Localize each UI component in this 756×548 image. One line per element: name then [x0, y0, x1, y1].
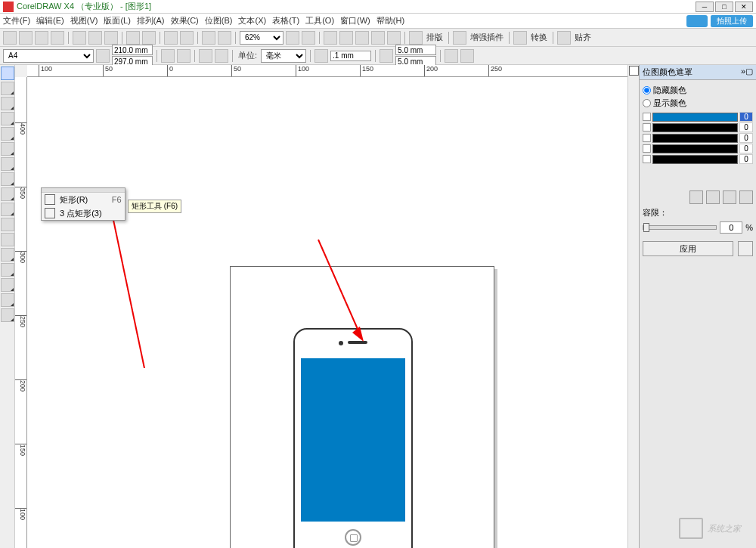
new-button[interactable]: [3, 31, 17, 45]
outline-tool[interactable]: [1, 278, 14, 292]
nudge-input[interactable]: [330, 51, 371, 61]
docker-close-icon[interactable]: ▢: [745, 67, 753, 78]
close-button[interactable]: ✕: [735, 2, 753, 12]
ellipse-tool[interactable]: [1, 172, 14, 186]
menu-arrange[interactable]: 排列(A): [137, 15, 165, 26]
tieqi-icon[interactable]: [557, 31, 571, 45]
pages-button-2[interactable]: [215, 49, 228, 63]
zoom-tool[interactable]: [1, 112, 14, 125]
mask-swatch[interactable]: [652, 123, 738, 132]
pages-button-1[interactable]: [199, 49, 212, 63]
snap-button[interactable]: [324, 31, 337, 45]
menu-effects[interactable]: 效果(C): [171, 15, 199, 26]
mask-swatch[interactable]: [652, 144, 738, 153]
color-mask-row[interactable]: 0: [643, 154, 753, 164]
unit-select[interactable]: 毫米: [261, 49, 306, 63]
pick-tool[interactable]: [1, 67, 14, 80]
menu-table[interactable]: 表格(T): [272, 15, 299, 26]
misc2-button[interactable]: [371, 31, 385, 45]
zengqiang-icon[interactable]: [453, 31, 466, 45]
open-mask-button[interactable]: [739, 190, 753, 204]
radio-hide-colors[interactable]: 隐藏颜色: [643, 85, 753, 96]
zoom-in-button[interactable]: [286, 31, 299, 45]
menu-bitmap[interactable]: 位图(B): [205, 15, 233, 26]
vertical-ruler[interactable]: 400350300250200150100: [15, 77, 27, 548]
horizontal-ruler[interactable]: 10050050100150200250: [27, 65, 627, 77]
redo-button[interactable]: [142, 31, 156, 45]
fill-tool[interactable]: [1, 293, 14, 307]
basic-shapes-tool[interactable]: [1, 203, 14, 216]
menu-view[interactable]: 视图(V): [70, 15, 98, 26]
color-mask-row[interactable]: 0: [643, 133, 753, 143]
canvas[interactable]: 矩形(R) F6 3 点矩形(3) 矩形工具 (F6): [27, 77, 627, 548]
edit-color-button[interactable]: [706, 190, 720, 204]
phone-home-button-shape[interactable]: [345, 529, 361, 546]
rectangle-tool[interactable]: [1, 157, 14, 171]
crop-tool[interactable]: [1, 97, 14, 110]
zhuanhuan-label[interactable]: 转换: [529, 32, 549, 43]
mask-swatch[interactable]: [652, 134, 738, 143]
flyout-item-3point-rectangle[interactable]: 3 点矩形(3): [42, 206, 125, 220]
app-launcher-button[interactable]: [202, 31, 215, 45]
docker-title[interactable]: 位图颜色遮罩 » ▢: [640, 65, 756, 80]
interactive-fill-tool[interactable]: [1, 308, 14, 322]
cloud-icon[interactable]: [686, 15, 708, 27]
zoom-out-button[interactable]: [302, 31, 315, 45]
table-tool[interactable]: [1, 233, 14, 246]
dup-x-input[interactable]: [395, 45, 436, 55]
apply-button[interactable]: 应用: [643, 241, 733, 256]
page-width-input[interactable]: [112, 45, 153, 55]
misc3-button[interactable]: [387, 31, 401, 45]
zhuanhuan-icon[interactable]: [513, 31, 527, 45]
paste-button[interactable]: [104, 31, 118, 45]
interactive-tool[interactable]: [1, 248, 14, 262]
color-mask-row[interactable]: 0: [643, 144, 753, 153]
eyedropper-tool[interactable]: [1, 263, 14, 277]
tolerance-slider[interactable]: [643, 225, 717, 230]
paiban-label[interactable]: 排版: [425, 32, 445, 43]
color-swatch[interactable]: [629, 66, 639, 76]
snap-to-button[interactable]: [460, 49, 474, 63]
save-button[interactable]: [35, 31, 48, 45]
tolerance-input[interactable]: [720, 221, 742, 234]
polygon-tool[interactable]: [1, 187, 14, 201]
landscape-button[interactable]: [177, 49, 191, 63]
cloud-upload-button[interactable]: 拍照上传: [711, 15, 753, 27]
color-mask-row[interactable]: 0: [643, 112, 753, 122]
mask-checkbox[interactable]: [643, 155, 651, 163]
mask-swatch[interactable]: [652, 113, 738, 122]
copy-button[interactable]: [88, 31, 102, 45]
menu-text[interactable]: 文本(X): [238, 15, 266, 26]
options-button[interactable]: [339, 31, 353, 45]
menu-window[interactable]: 窗口(W): [340, 15, 370, 26]
flyout-item-rectangle[interactable]: 矩形(R) F6: [42, 193, 125, 206]
print-button[interactable]: [51, 31, 64, 45]
radio-show-input[interactable]: [643, 99, 651, 107]
save-mask-button[interactable]: [723, 190, 736, 204]
radio-show-colors[interactable]: 显示颜色: [643, 98, 753, 109]
tieqi-label[interactable]: 贴齐: [573, 32, 593, 43]
import-button[interactable]: [164, 31, 178, 45]
smart-fill-tool[interactable]: [1, 142, 14, 156]
portrait-button[interactable]: [161, 49, 175, 63]
mask-checkbox[interactable]: [643, 123, 651, 132]
radio-hide-input[interactable]: [643, 86, 651, 94]
eyedropper-button[interactable]: [689, 190, 703, 204]
color-mask-row[interactable]: 0: [643, 122, 753, 132]
cut-button[interactable]: [73, 31, 86, 45]
text-tool[interactable]: [1, 218, 14, 231]
menu-help[interactable]: 帮助(H): [376, 15, 404, 26]
export-button[interactable]: [180, 31, 194, 45]
undo-button[interactable]: [126, 31, 140, 45]
minimize-button[interactable]: ─: [696, 2, 714, 12]
phone-screen-shape[interactable]: [301, 358, 405, 522]
misc-button[interactable]: [355, 31, 369, 45]
shape-tool[interactable]: [1, 82, 14, 95]
paper-size-select[interactable]: A4: [3, 49, 94, 63]
treat-as-filled-button[interactable]: [445, 49, 458, 63]
phone-speaker-shape[interactable]: [348, 341, 367, 344]
open-button[interactable]: [19, 31, 33, 45]
menu-edit[interactable]: 编辑(E): [36, 15, 64, 26]
freehand-tool[interactable]: [1, 127, 14, 141]
zoom-select[interactable]: 62%: [240, 31, 284, 45]
